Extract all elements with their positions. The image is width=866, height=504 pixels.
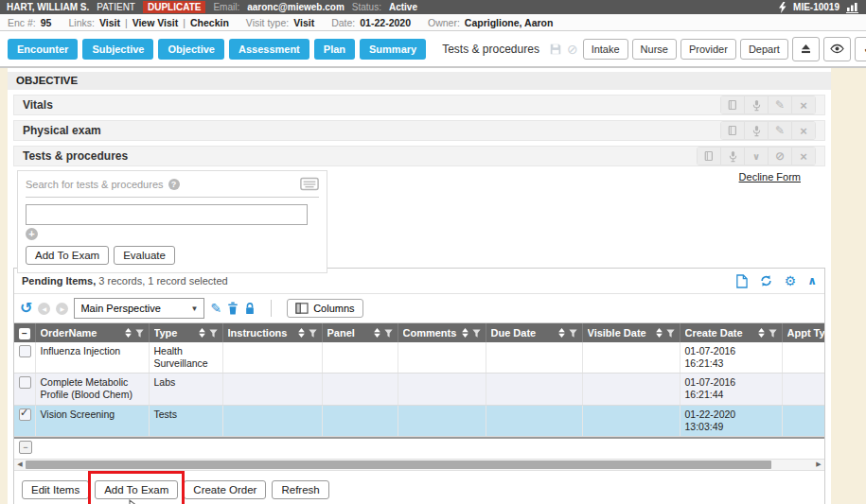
create-order-button[interactable]: Create Order <box>184 480 266 499</box>
nurse-button[interactable]: Nurse <box>632 39 677 60</box>
evaluate-button[interactable]: Evaluate <box>114 246 175 265</box>
gear-icon[interactable]: ⚙ <box>785 273 797 288</box>
check-icon[interactable]: ✓ <box>855 37 866 61</box>
tests-procedures-title: Tests & procedures <box>23 149 128 163</box>
row-checkbox-checked[interactable] <box>19 408 31 421</box>
link-checkin[interactable]: Checkin <box>190 17 229 28</box>
edit-perspective-icon[interactable]: ✎ <box>210 301 221 316</box>
table-header-row: − OrderName Type Instructions Panel Comm… <box>14 323 824 342</box>
col-visible-date[interactable]: Visible Date <box>582 323 680 342</box>
book-icon[interactable] <box>721 122 744 139</box>
tab-assessment[interactable]: Assessment <box>229 39 309 60</box>
keyboard-list-icon[interactable] <box>300 177 319 191</box>
table-row[interactable]: Influenza Injection Health Surveillance … <box>14 342 824 374</box>
enc-label: Enc #: <box>8 17 36 28</box>
visit-type-value: Visit <box>293 17 314 28</box>
physical-exam-section-bar[interactable]: Physical exam ✎ × <box>13 120 825 141</box>
lock-icon[interactable] <box>244 302 256 315</box>
sort-icon <box>199 328 205 338</box>
pending-items-panel: Pending Items, 3 records, 1 record selec… <box>13 268 825 504</box>
undo-icon[interactable]: ↺ <box>20 301 32 316</box>
patient-email: aaronc@mieweb.com <box>247 2 345 12</box>
row-checkbox[interactable] <box>19 345 31 357</box>
links-label: Links: <box>68 17 94 28</box>
filter-funnel-icon <box>384 329 393 338</box>
scrollbar-thumb[interactable] <box>26 461 771 469</box>
system-id[interactable]: MIE-10019 <box>793 2 839 12</box>
book-icon[interactable] <box>721 96 744 113</box>
chart-icon[interactable] <box>846 2 859 13</box>
table-row-selected[interactable]: Vision Screening Tests 01-22-2020 13:03:… <box>14 405 824 436</box>
close-icon[interactable]: × <box>791 148 815 165</box>
close-icon[interactable]: × <box>791 96 815 113</box>
new-document-icon[interactable] <box>735 274 748 288</box>
deselect-all-icon[interactable]: − <box>19 441 32 454</box>
decline-form-link[interactable]: Decline Form <box>739 171 801 182</box>
close-icon[interactable]: × <box>791 122 815 139</box>
microphone-icon[interactable] <box>720 148 744 165</box>
scroll-left-icon[interactable]: ◀ <box>14 461 26 468</box>
help-icon[interactable]: ? <box>168 179 180 190</box>
add-to-exam-button[interactable]: Add To Exam <box>95 480 178 499</box>
add-to-exam-button-top[interactable]: Add To Exam <box>26 246 109 265</box>
caret-down-icon: ▼ <box>190 304 198 313</box>
eye-icon[interactable] <box>823 37 851 61</box>
next-perspective-icon[interactable]: ▶ <box>56 303 68 315</box>
col-ordername[interactable]: OrderName <box>35 323 149 342</box>
col-instructions[interactable]: Instructions <box>222 323 322 342</box>
col-comments[interactable]: Comments <box>398 323 486 342</box>
delete-perspective-icon[interactable] <box>227 302 239 315</box>
columns-button[interactable]: Columns <box>287 299 362 318</box>
refresh-icon[interactable] <box>759 274 773 287</box>
sort-icon <box>125 328 132 338</box>
add-row-plus-icon[interactable]: + <box>26 228 38 240</box>
edit-pencil-icon[interactable]: ✎ <box>768 122 791 139</box>
edit-pencil-icon[interactable]: ✎ <box>768 96 791 113</box>
search-input[interactable]: Search for tests & procedures <box>26 179 164 190</box>
filter-funnel-icon <box>209 329 218 338</box>
col-panel[interactable]: Panel <box>322 323 398 342</box>
provider-button[interactable]: Provider <box>680 39 736 60</box>
microphone-icon[interactable] <box>744 122 768 139</box>
tests-procedures-section-bar[interactable]: Tests & procedures ∨ ⊘ × <box>13 146 825 166</box>
pending-items-table-wrap: − OrderName Type Instructions Panel Comm… <box>14 322 824 457</box>
collapse-panel-icon[interactable]: ∧ <box>807 274 817 287</box>
collapse-chevron-icon[interactable]: ∨ <box>744 148 768 165</box>
col-appt-type[interactable]: Appt Type <box>782 323 824 342</box>
link-view-visit[interactable]: View Visit <box>133 17 179 28</box>
filter-funnel-icon <box>569 329 577 338</box>
tab-objective[interactable]: Objective <box>158 39 224 60</box>
lightning-icon[interactable] <box>778 2 786 13</box>
tab-summary[interactable]: Summary <box>360 39 426 60</box>
col-create-date[interactable]: Create Date <box>680 323 782 342</box>
col-type[interactable]: Type <box>149 323 222 342</box>
eject-icon[interactable] <box>792 37 820 61</box>
tab-subjective[interactable]: Subjective <box>82 39 153 60</box>
book-icon[interactable] <box>698 148 720 165</box>
sort-icon <box>298 328 305 338</box>
intake-button[interactable]: Intake <box>583 39 628 60</box>
chart-content: OBJECTIVE Vitals ✎ × Physical exam ✎ × <box>8 68 831 504</box>
table-row[interactable]: Complete Metabolic Profile (Blood Chem) … <box>14 374 824 405</box>
horizontal-scrollbar[interactable]: ◀ ▶ <box>14 459 824 471</box>
tests-entry-textarea[interactable] <box>26 204 308 225</box>
sort-icon <box>656 328 663 338</box>
tab-plan[interactable]: Plan <box>314 39 355 60</box>
select-all-checkbox[interactable]: − <box>19 328 30 339</box>
depart-button[interactable]: Depart <box>740 39 788 60</box>
col-due-date[interactable]: Due Date <box>486 323 582 342</box>
filter-funnel-icon <box>666 329 675 338</box>
row-checkbox[interactable] <box>19 376 31 389</box>
prev-perspective-icon[interactable]: ◀ <box>38 303 50 315</box>
microphone-icon[interactable] <box>744 96 768 113</box>
vitals-section-bar[interactable]: Vitals ✎ × <box>13 95 825 115</box>
link-visit[interactable]: Visit <box>99 17 120 28</box>
refresh-button[interactable]: Refresh <box>272 480 328 499</box>
sort-icon <box>758 328 765 338</box>
decline-slash-icon[interactable]: ⊘ <box>768 148 791 165</box>
perspective-select[interactable]: Main Perspective ▼ <box>74 298 204 319</box>
tab-encounter[interactable]: Encounter <box>8 39 78 60</box>
edit-items-button[interactable]: Edit Items <box>22 480 89 499</box>
tests-search-box: Search for tests & procedures ? + Add To… <box>17 170 327 273</box>
scroll-right-icon[interactable]: ▶ <box>813 461 824 468</box>
